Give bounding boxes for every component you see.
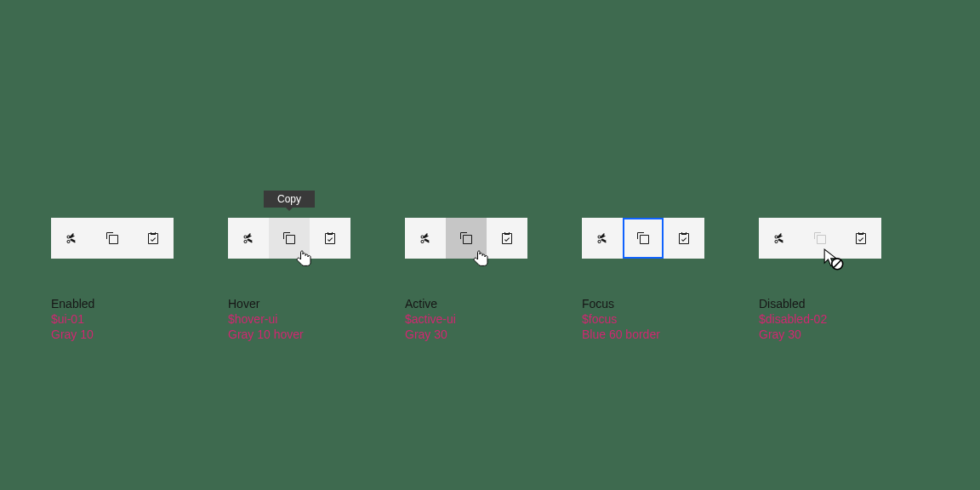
state-token: $disabled-02 [759,311,929,327]
copy-button[interactable] [269,218,310,259]
state-colorname: Blue 60 border [582,327,752,342]
paste-button[interactable] [487,218,527,259]
state-token: $hover-ui [228,311,398,327]
cut-button[interactable] [51,218,92,259]
paste-button[interactable] [133,218,174,259]
state-colorname: Gray 30 [405,327,575,342]
state-colorname: Gray 30 [759,327,929,342]
cut-button[interactable] [582,218,623,259]
state-labels: Focus $focus Blue 60 border [582,296,752,342]
state-title: Active [405,296,575,311]
state-title: Disabled [759,296,929,311]
toolbar [759,218,881,259]
toolbar [405,218,527,259]
state-labels: Active $active-ui Gray 30 [405,296,575,342]
tooltip: Copy [264,191,315,208]
state-title: Hover [228,296,398,311]
copy-button [800,218,840,259]
state-token: $focus [582,311,752,327]
copy-button[interactable] [623,218,664,259]
state-hover: Copy Hover $hover-ui Gray 10 hover [228,218,398,342]
state-active: Active $active-ui Gray 30 [405,218,575,342]
state-labels: Enabled $ui-01 Gray 10 [51,296,221,342]
cut-button[interactable] [405,218,446,259]
state-disabled: Disabled $disabled-02 Gray 30 [759,218,929,342]
state-token: $ui-01 [51,311,221,327]
paste-button[interactable] [840,218,881,259]
cut-button[interactable] [228,218,269,259]
state-colorname: Gray 10 [51,327,221,342]
state-labels: Hover $hover-ui Gray 10 hover [228,296,398,342]
state-colorname: Gray 10 hover [228,327,398,342]
paste-button[interactable] [310,218,350,259]
state-focus: Focus $focus Blue 60 border [582,218,752,342]
state-title: Focus [582,296,752,311]
toolbar [51,218,174,259]
state-title: Enabled [51,296,221,311]
states-row: Enabled $ui-01 Gray 10 Copy Hover $hover… [0,218,980,342]
state-enabled: Enabled $ui-01 Gray 10 [51,218,221,342]
copy-button[interactable] [446,218,487,259]
copy-button[interactable] [92,218,133,259]
toolbar [582,218,704,259]
toolbar [228,218,350,259]
state-labels: Disabled $disabled-02 Gray 30 [759,296,929,342]
cut-button[interactable] [759,218,800,259]
paste-button[interactable] [664,218,704,259]
state-token: $active-ui [405,311,575,327]
